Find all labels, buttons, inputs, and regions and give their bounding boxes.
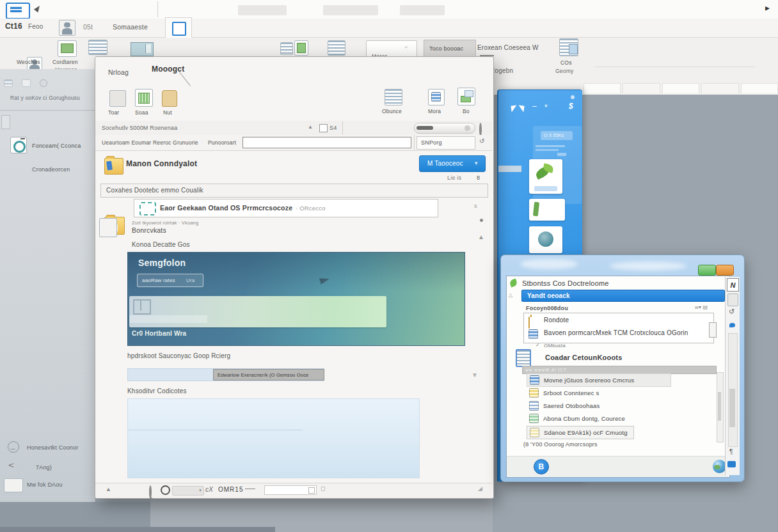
section-mini-controls[interactable]: ᴡ▾ ▤ [695, 304, 708, 310]
globe-icon[interactable] [713, 460, 726, 473]
avatar[interactable]: B [534, 459, 549, 474]
scroll-up-icon[interactable]: ▲ [478, 233, 484, 240]
sidebar-bottom2-label[interactable]: 7Ang) [36, 464, 52, 471]
bracket-control[interactable] [709, 322, 717, 338]
sidebar-item2-label[interactable]: Cronadeorcen [32, 166, 70, 173]
rail-flag-icon[interactable]: N [727, 278, 739, 292]
panel-ghost-chip2 [557, 153, 566, 156]
rowB-input[interactable] [242, 137, 411, 148]
account-person-icon[interactable] [59, 20, 75, 36]
status-input[interactable] [264, 485, 317, 495]
tool-bo-icon[interactable] [457, 88, 475, 106]
mail-icon[interactable] [22, 79, 31, 87]
grid-icon[interactable] [4, 79, 13, 87]
ribbon-tab-home[interactable]: Feoo [28, 23, 44, 30]
sidebar-mini-tab[interactable] [1, 115, 10, 129]
row1-label[interactable]: Rondote [544, 317, 569, 324]
list-row-3-icon [529, 401, 539, 411]
dialog-status-bar: ▲ ▾ cX OMR15 ◻ ◢ [95, 483, 492, 497]
rowB-sync-icon[interactable]: ↺ [479, 137, 485, 145]
ribbon-cos-label1: COs [560, 59, 572, 66]
panel-sparkle-icon[interactable]: * [544, 103, 548, 112]
titlebar-ghost-3 [400, 5, 445, 15]
tool-nut-icon[interactable] [162, 90, 177, 107]
tool-soaa-icon[interactable] [135, 89, 153, 107]
tool-obunce-icon[interactable] [385, 89, 402, 106]
scroll-down-icon[interactable]: ▼ [472, 372, 478, 379]
window-button-green[interactable] [698, 265, 716, 276]
list-row-5[interactable]: Sdanoe E9Ak1k) ocF Cmuotg [527, 426, 634, 439]
rail-toggle-icon[interactable] [727, 461, 736, 467]
panel-card-leaf[interactable] [529, 159, 562, 194]
rail-scrollbar-thumb[interactable] [729, 389, 735, 427]
sidebar-bottom1-label[interactable]: Honesavtkt Coonor [27, 444, 78, 451]
inner-scrollbar[interactable] [717, 372, 724, 442]
sidebar-bottom3-label[interactable]: Mw fok DAou [27, 481, 63, 488]
list-row-4-icon [529, 414, 539, 423]
list-row-1[interactable]: Movne jGtuos Sorereoo Cmcrus [527, 373, 671, 387]
panel-card-plant[interactable] [529, 199, 565, 221]
selected-row[interactable]: Yandt oeoack [521, 290, 725, 302]
ribbon-list-icon[interactable] [88, 40, 107, 55]
rowA-slider[interactable] [414, 123, 475, 134]
right-icon-rail: N ↺ ¶ [725, 277, 740, 475]
rail-book-icon[interactable] [727, 293, 738, 306]
rowA-tool-icon[interactable] [479, 123, 482, 136]
rowA-caret-icon[interactable]: ▲ [308, 124, 313, 130]
dropdown-line1: Toco boooac [429, 45, 463, 52]
bold-item-label[interactable]: Coadar CetounKooots [545, 354, 623, 361]
row2-label[interactable]: Bavoen pormcarcMxek TCM Crotxclouca OGor… [544, 329, 688, 336]
ghost-tab [623, 83, 660, 93]
ribbon-tab-file[interactable]: Ct16 [5, 22, 22, 31]
section-label: Focoyn008dou [526, 305, 568, 311]
dialog-apply-button[interactable]: M Taooceoc ▾ [419, 155, 486, 172]
banner-inner-bar[interactable] [129, 296, 386, 327]
ribbon-active-tab[interactable] [165, 17, 192, 38]
panel-card-globe[interactable] [529, 226, 562, 253]
ribbon-collapse-icon[interactable]: ▸ [765, 3, 770, 13]
progress-button[interactable]: Edwarlow Exeracner/k (O Gemsou Ooce [213, 369, 324, 380]
section-bar-label: Coxahes Dootebc emmo Coualik [106, 187, 203, 194]
sidebar-item1-label[interactable]: Fonceam( Cconca [32, 143, 81, 149]
list-row-3[interactable]: Saered Otoboohaas [527, 400, 693, 412]
rowA-checkbox[interactable] [319, 124, 328, 132]
app-icon[interactable] [6, 3, 30, 19]
rowB-select[interactable]: SNPorg [417, 136, 475, 150]
rail-scrollbar[interactable] [728, 333, 738, 447]
inner-scrollbar-thumb[interactable] [718, 392, 721, 421]
progress-section-label: hpdrskoot Sauconyac Goop Rcierg [127, 352, 230, 359]
rail-pilcrow-icon[interactable]: ¶ [729, 448, 733, 455]
panel-chip-label: O X 55Ks [544, 133, 564, 137]
entry-scroll-hint-icon[interactable]: s [474, 203, 477, 209]
status-circle-icon[interactable] [161, 485, 170, 495]
banner-section-label: Konoa Decatte Gos [132, 241, 190, 248]
ribbon-monitor-icon[interactable] [131, 42, 154, 56]
list-row-4[interactable]: Abona Cbum dontg, Courece [527, 412, 693, 425]
ribbon-cos-icon[interactable] [559, 38, 578, 56]
tool-bo-label: Bo [463, 108, 470, 114]
ribbon-separator-line [595, 66, 755, 67]
ribbon-cordtaren-label[interactable]: Cordtaren [52, 59, 78, 65]
ribbon-eroxean-label[interactable]: Eroxean Coeseea W [477, 44, 539, 51]
entry-row[interactable]: Eaor Geekaan Otand OS Prrmcrcsocoze · OR… [134, 199, 438, 217]
panel-chip[interactable]: O X 55Ks [541, 131, 573, 140]
panel-minus-icon[interactable]: – [532, 102, 537, 111]
status-dropdown[interactable]: ▾ [172, 486, 204, 496]
status-dash [245, 489, 255, 489]
window-button-orange[interactable] [716, 265, 734, 276]
status-search-icon[interactable] [149, 485, 152, 499]
flower-icon[interactable] [40, 79, 47, 87]
tool-toar-icon[interactable] [109, 90, 126, 107]
ribbon-tab-somaaeste[interactable]: Somaaeste [113, 23, 148, 31]
panel-dollar-icon[interactable]: $ [569, 102, 573, 111]
ghost-tab [584, 83, 621, 93]
banner-pill-button[interactable]: aaoRaw rates Ura [137, 274, 203, 287]
list-row-2[interactable]: Srboot Conntenec s [527, 387, 693, 399]
tool-mora-icon[interactable] [428, 89, 445, 106]
panel-gear-icon[interactable] [571, 95, 575, 99]
ribbon-weochas-label[interactable]: Weochas [17, 59, 40, 65]
rail-blue-dot-icon[interactable] [729, 323, 735, 327]
dialog-tab-nrloag[interactable]: Nrloag [108, 68, 129, 76]
rail-refresh-icon[interactable]: ↺ [729, 308, 734, 316]
ribbon-tab-05t[interactable]: 05t [83, 23, 93, 31]
